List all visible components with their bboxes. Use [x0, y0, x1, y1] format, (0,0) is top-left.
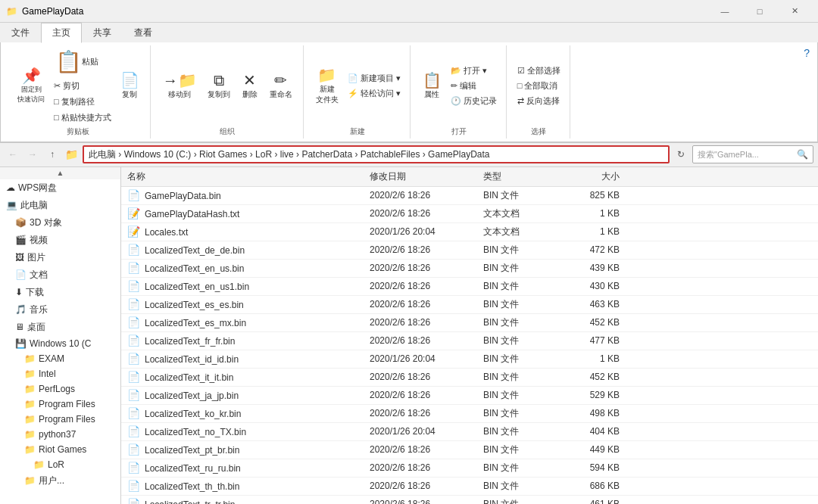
forward-button[interactable]: →	[24, 146, 41, 163]
rename-button[interactable]: ✏ 重命名	[265, 69, 297, 102]
file-type: BIN 文件	[483, 353, 559, 366]
table-row[interactable]: 📄LocalizedText_es_mx.bin 2020/2/6 18:26 …	[121, 314, 818, 332]
properties-label: 属性	[424, 89, 439, 100]
deselect-all-button[interactable]: □ 全部取消	[514, 79, 564, 93]
new-buttons: 📁 新建文件夹 📄 新建项目 ▾ ⚡ 轻松访问 ▾	[311, 47, 404, 125]
paste-shortcut-button[interactable]: □ 粘贴快捷方式	[51, 110, 114, 125]
sidebar-item[interactable]: 📁PerfLogs	[0, 381, 120, 397]
ribbon-group-new: 📁 新建文件夹 📄 新建项目 ▾ ⚡ 轻松访问 ▾ 新建	[305, 45, 411, 138]
copy-to-button[interactable]: ⧉ 复制到	[203, 69, 235, 102]
file-name: 📄LocalizedText_no_TX.bin	[127, 425, 370, 437]
copy-path-label: 复制路径	[61, 96, 95, 107]
table-row[interactable]: 📄LocalizedText_en_us.bin 2020/2/6 18:26 …	[121, 260, 818, 278]
history-button[interactable]: 🕐 历史记录	[448, 94, 500, 108]
table-row[interactable]: 📄LocalizedText_es_es.bin 2020/2/6 18:26 …	[121, 296, 818, 314]
pin-quick-access-button[interactable]: 📌 固定到快速访问	[13, 64, 49, 107]
table-row[interactable]: 📄LocalizedText_id_id.bin 2020/1/26 20:04…	[121, 350, 818, 369]
table-row[interactable]: 📄LocalizedText_ko_kr.bin 2020/2/6 18:26 …	[121, 405, 818, 423]
sidebar-item[interactable]: 📁Program Files	[0, 412, 120, 427]
paste-icon: 📋	[55, 49, 82, 75]
tab-view[interactable]: 查看	[123, 23, 164, 42]
minimize-button[interactable]: —	[707, 0, 742, 23]
back-button[interactable]: ←	[5, 146, 21, 163]
easy-access-button[interactable]: ⚡ 轻松访问 ▾	[345, 86, 404, 101]
sidebar-item[interactable]: 📁Riot Games	[0, 442, 120, 457]
new-folder-button[interactable]: 📁 新建文件夹	[311, 64, 343, 107]
table-row[interactable]: 📄LocalizedText_no_TX.bin 2020/1/26 20:04…	[121, 423, 818, 441]
table-row[interactable]: 📄LocalizedText_pt_br.bin 2020/2/6 18:26 …	[121, 441, 818, 459]
table-row[interactable]: 📄LocalizedText_tr_tr.bin 2020/2/6 18:26 …	[121, 496, 818, 504]
file-type: BIN 文件	[483, 389, 559, 402]
file-size: 452 KB	[559, 372, 620, 382]
sidebar-item[interactable]: 💾Windows 10 (C	[0, 336, 120, 351]
sidebar-item[interactable]: 📁Program Files	[0, 397, 120, 412]
sidebar-item[interactable]: 🖥桌面	[0, 319, 120, 336]
tab-share[interactable]: 共享	[82, 23, 123, 42]
paste-button[interactable]: 📋 粘贴	[51, 47, 114, 77]
file-name: 📄LocalizedText_ja_jp.bin	[127, 389, 370, 401]
sidebar-item[interactable]: 📁用户...	[0, 472, 120, 490]
col-header-type[interactable]: 类型	[483, 170, 559, 183]
sidebar-item[interactable]: 📦3D 对象	[0, 214, 120, 232]
copy-button[interactable]: 📄 复制	[116, 69, 144, 102]
address-path-display[interactable]: 此电脑 › Windows 10 (C:) › Riot Games › LoR…	[83, 145, 670, 163]
file-type: BIN 文件	[483, 316, 559, 329]
up-button[interactable]: ↑	[44, 146, 61, 163]
maximize-button[interactable]: □	[742, 0, 777, 23]
sidebar-item[interactable]: 💻此电脑	[0, 197, 120, 214]
search-box[interactable]: 搜索"GamePla... 🔍	[692, 145, 813, 163]
properties-icon: 📋	[423, 71, 442, 89]
col-header-date[interactable]: 修改日期	[370, 170, 483, 183]
col-header-name[interactable]: 名称	[127, 170, 370, 183]
sidebar-item[interactable]: 📁EXAM	[0, 351, 120, 366]
cut-button[interactable]: ✂ 剪切	[51, 79, 114, 93]
table-row[interactable]: 📄LocalizedText_fr_fr.bin 2020/2/6 18:26 …	[121, 332, 818, 350]
table-row[interactable]: 📄LocalizedText_it_it.bin 2020/2/6 18:26 …	[121, 369, 818, 387]
select-all-button[interactable]: ☑ 全部选择	[514, 64, 564, 78]
close-button[interactable]: ✕	[777, 0, 812, 23]
file-type: BIN 文件	[483, 443, 559, 456]
table-row[interactable]: 📄LocalizedText_de_de.bin 2020/2/6 18:26 …	[121, 241, 818, 260]
col-header-size[interactable]: 大小	[559, 170, 620, 183]
sidebar-item[interactable]: 🖼图片	[0, 249, 120, 266]
table-row[interactable]: 📝GamePlayDataHash.txt 2020/2/6 18:26 文本文…	[121, 205, 818, 223]
table-row[interactable]: 📝Locales.txt 2020/1/26 20:04 文本文档 1 KB	[121, 223, 818, 241]
table-row[interactable]: 📄GamePlayData.bin 2020/2/6 18:26 BIN 文件 …	[121, 187, 818, 205]
file-icon: 📄	[127, 407, 140, 419]
sidebar-item[interactable]: 🎬视频	[0, 232, 120, 249]
file-size: 529 KB	[559, 390, 620, 400]
file-icon: 📄	[127, 480, 140, 492]
sidebar-item[interactable]: 📁Intel	[0, 366, 120, 381]
sidebar-item[interactable]: ⬇下载	[0, 284, 120, 301]
file-type: BIN 文件	[483, 480, 559, 493]
sidebar-item[interactable]: 🎵音乐	[0, 301, 120, 319]
edit-button[interactable]: ✏ 编辑	[448, 79, 500, 93]
sidebar-item[interactable]: 📁python37	[0, 427, 120, 442]
delete-button[interactable]: ✕ 删除	[236, 69, 264, 102]
properties-button[interactable]: 📋 属性	[418, 69, 446, 102]
table-row[interactable]: 📄LocalizedText_th_th.bin 2020/2/6 18:26 …	[121, 478, 818, 496]
file-icon: 📝	[127, 226, 140, 238]
table-row[interactable]: 📄LocalizedText_ru_ru.bin 2020/2/6 18:26 …	[121, 459, 818, 478]
table-row[interactable]: 📄LocalizedText_ja_jp.bin 2020/2/6 18:26 …	[121, 387, 818, 405]
copy-path-button[interactable]: □ 复制路径	[51, 95, 114, 109]
table-row[interactable]: 📄LocalizedText_en_us1.bin 2020/2/6 18:26…	[121, 278, 818, 296]
sidebar-item[interactable]: ☁WPS网盘	[0, 179, 120, 197]
file-icon: 📄	[127, 298, 140, 310]
file-type: BIN 文件	[483, 244, 559, 257]
help-icon[interactable]: ?	[804, 47, 810, 59]
sidebar-scroll-up[interactable]: ▲	[0, 167, 120, 179]
address-path-text: 此电脑 › Windows 10 (C:) › Riot Games › LoR…	[89, 148, 490, 161]
tab-file[interactable]: 文件	[0, 23, 41, 42]
open-button[interactable]: 📂 打开 ▾	[448, 64, 500, 78]
sidebar-item[interactable]: 📄文档	[0, 266, 120, 284]
file-type: BIN 文件	[483, 462, 559, 474]
sidebar-item[interactable]: 📁LoR	[0, 457, 120, 472]
refresh-button[interactable]: ↻	[673, 146, 689, 163]
tab-home[interactable]: 主页	[41, 23, 82, 43]
file-size: 1 KB	[559, 353, 620, 364]
new-item-button[interactable]: 📄 新建项目 ▾	[345, 71, 404, 86]
move-to-button[interactable]: →📁 移动到	[158, 69, 201, 102]
file-icon: 📄	[127, 244, 140, 256]
invert-selection-button[interactable]: ⇄ 反向选择	[514, 94, 564, 108]
